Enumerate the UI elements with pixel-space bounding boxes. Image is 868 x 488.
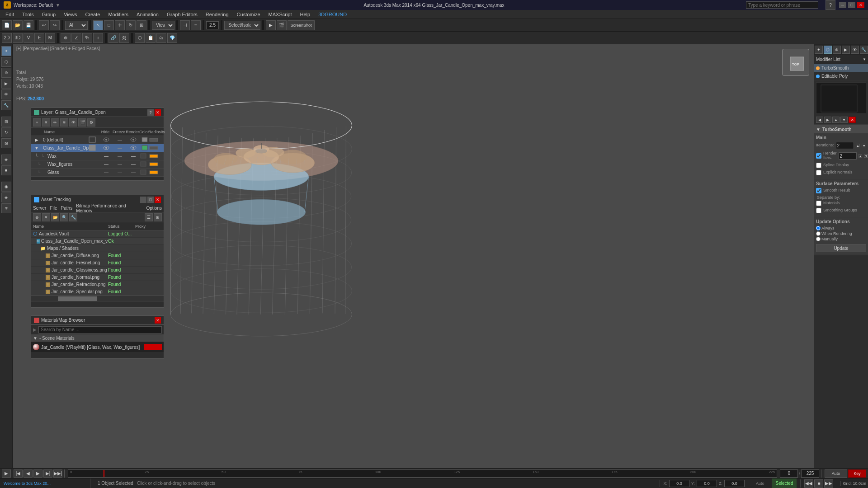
anim-last-frame[interactable]: ▶▶| [53,469,62,478]
layer-delete-btn[interactable]: ✕ [42,118,50,127]
material-editor-btn[interactable]: 💎 [167,33,177,43]
minimize-button[interactable]: ─ [839,2,846,8]
material-row[interactable]: Jar_Candle (VRayMtl) [Glass, Wax, Wax_fi… [31,342,164,352]
asset-tb-btn1[interactable]: ⊕ [33,213,41,221]
help-icon[interactable]: ? [826,0,835,10]
material-close-btn[interactable]: ✕ [155,317,161,324]
asset-maximize-btn[interactable]: □ [147,197,154,203]
asset-row-refraction[interactable]: I Jar_candle_Refraction.png Found [31,281,164,288]
navigation-cube[interactable]: TOP [782,49,809,76]
spline-display-checkbox[interactable] [816,163,821,168]
properties-btn[interactable]: 📋 [146,33,156,43]
command-panel-utilities[interactable]: 🔧 [1,100,11,110]
new-btn[interactable]: 📄 [2,20,12,30]
rp-utilities-icon[interactable]: 🔧 [860,46,868,54]
render-stop[interactable]: ■ [814,479,823,488]
select-region-btn[interactable]: □ [104,20,114,30]
command-panel-create[interactable]: ✦ [1,46,11,56]
layer-scrollbar[interactable] [31,177,164,180]
snap-midpoint-btn[interactable]: M [45,33,55,43]
angle-snap-btn[interactable]: ∠ [71,33,81,43]
mod-nav-up[interactable]: ▲ [832,117,840,123]
render-play[interactable]: ▶▶ [824,479,833,488]
anim-prev-key[interactable]: ◀ [24,469,33,478]
extra-tool-3[interactable]: ≋ [1,203,11,213]
layer-render-btn[interactable]: 🎬 [78,118,86,127]
asset-row-max[interactable]: M Glass_Jar_Candle_Open_max_vray.max Ok [31,238,164,245]
select-link-btn[interactable]: 🔗 [108,33,118,43]
extra-tool-1[interactable]: ◉ [1,182,11,192]
layer-add-btn[interactable]: + [33,118,41,127]
smooth-result-checkbox[interactable] [816,188,821,193]
mod-nav-right[interactable]: ▶ [824,117,831,123]
asset-row-diffuse[interactable]: I Jar_candle_Diffuse.png Found [31,252,164,259]
layer-row-default[interactable]: ▶ 0 (default) — [31,136,164,144]
workspace-selector[interactable]: Workspace: Default [14,3,53,8]
menu-group[interactable]: Group [38,11,60,18]
render-tool[interactable]: ■ [1,165,11,175]
menu-create[interactable]: Create [81,11,104,18]
rp-create-icon[interactable]: ✦ [815,46,823,54]
render-iters-down[interactable]: ▼ [864,154,868,158]
asset-tb-btn4[interactable]: 🔍 [60,213,68,221]
asset-row-normal[interactable]: I Jar_candle_Normal.png Found [31,274,164,281]
render-prev[interactable]: ◀◀ [804,479,813,488]
asset-tb-btn5[interactable]: 🔧 [69,213,77,221]
render-btn[interactable]: 🎬 [277,20,287,30]
rp-motion-icon[interactable]: ▶ [842,46,850,54]
rp-modify-icon[interactable]: ⬡ [824,46,832,54]
anim-play-btn[interactable]: ▶ [2,469,11,478]
layer-row-waxfig[interactable]: └ Wax_figures — — — [31,160,164,169]
material-panel-header[interactable]: Material/Map Browser ✕ [31,316,164,325]
layer-row-wax[interactable]: └ └ Wax — — — [31,152,164,160]
asset-row-glossiness[interactable]: I Jar_candle_Glossiness.png Found [31,267,164,274]
asset-menu-file[interactable]: File [50,206,57,211]
layer-close-btn[interactable]: ✕ [155,109,161,116]
layer-rename-btn[interactable]: ✏ [51,118,59,127]
anim-prev-frame[interactable]: |◀ [14,469,23,478]
asset-row-specular[interactable]: I Jar_candle_Specular.png Found [31,288,164,296]
scale-tool[interactable]: ⊠ [1,138,11,148]
command-panel-display[interactable]: 👁 [1,89,11,99]
render-iters-checkbox[interactable] [816,153,821,159]
save-btn[interactable]: 💾 [24,20,33,30]
modifier-turbosmoooth[interactable]: TurboSmooth [814,64,868,72]
workspace-arrow[interactable]: ▼ [56,3,60,8]
unlink-btn[interactable]: ⛓ [119,33,129,43]
menu-3dground[interactable]: 3DGROUND [315,11,350,18]
render-setup-btn[interactable]: ▶ [266,20,276,30]
menu-graph-editors[interactable]: Graph Editors [163,11,201,18]
asset-tb-btn3[interactable]: 📂 [51,213,59,221]
auto-key-btn[interactable]: Auto [825,469,847,478]
schematic-btn[interactable]: ⬡ [135,33,145,43]
snap-pct-input[interactable] [206,21,219,29]
menu-help[interactable]: Help [297,11,314,18]
percent-snap-btn[interactable]: % [82,33,92,43]
menu-animation[interactable]: Animation [133,11,162,18]
layer-row-glass[interactable]: └ Glass — — — [31,169,164,177]
menu-edit[interactable]: Edit [2,11,18,18]
render-iters-input[interactable] [839,152,857,160]
mod-nav-down[interactable]: ▼ [840,117,848,123]
animation-timeline[interactable]: 0 25 50 75 100 125 150 175 200 225 [68,469,777,478]
x-input[interactable] [669,480,689,487]
close-button[interactable]: ✕ [857,2,864,8]
align-btn[interactable]: ≡ [191,20,201,30]
anim-next-key[interactable]: ▶| [43,469,52,478]
undo-btn[interactable]: ↩ [39,20,49,30]
scale-btn[interactable]: ⊞ [137,20,146,30]
rp-display-icon[interactable]: 👁 [851,46,859,54]
screenshot-btn[interactable]: ScreenShot [288,20,315,30]
menu-customize[interactable]: Customize [233,11,264,18]
iterations-up[interactable]: ▲ [856,144,860,147]
asset-row-fresnel[interactable]: I Jar_candle_Fresnel.png Found [31,259,164,267]
select-filter-dropdown[interactable]: Select/Isolate [224,21,260,30]
object-type-dropdown[interactable]: Al [65,21,88,30]
iterations-down[interactable]: ▼ [862,144,866,147]
total-frames-input[interactable] [801,469,819,478]
asset-row-maps[interactable]: 📁 Maps / Shaders [31,245,164,252]
asset-close-btn[interactable]: ✕ [155,197,161,203]
snap-3d-btn[interactable]: 3D [13,33,23,43]
snap-toggle-btn[interactable]: ⊕ [61,33,71,43]
asset-tb-view2[interactable]: ⊞ [154,213,162,221]
